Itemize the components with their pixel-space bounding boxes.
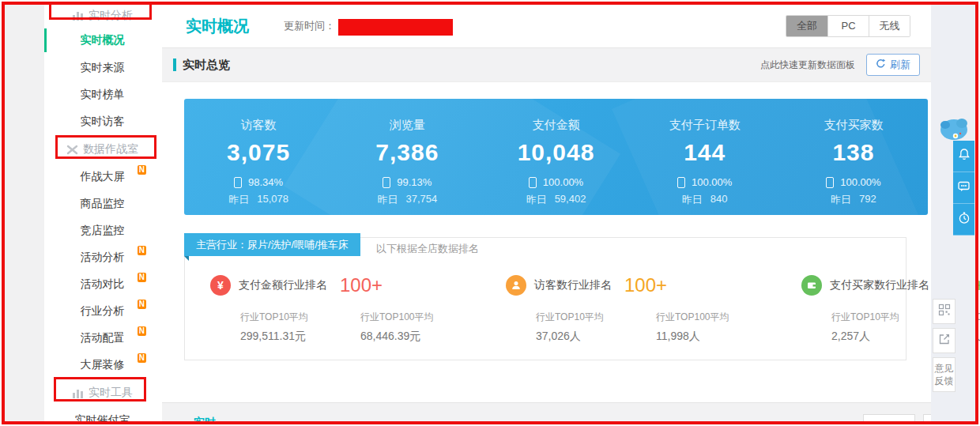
mobile-icon — [677, 177, 685, 188]
bar-chart-icon — [72, 388, 84, 398]
stat-value: 144 — [631, 139, 779, 166]
share-button[interactable] — [933, 328, 956, 353]
messages-button[interactable] — [953, 172, 974, 204]
top10-value: 299,511.31元 — [240, 330, 360, 344]
tab-wireless[interactable]: 无线 — [869, 16, 910, 36]
sidebar-item-activity-config[interactable]: 活动配置 N — [44, 325, 160, 352]
notifications-button[interactable] — [953, 141, 974, 172]
stopwatch-icon — [958, 211, 971, 228]
stat-pageviews: 浏览量 7,386 99.13% 昨日37,754 — [333, 99, 481, 215]
section-title: 实时总览 — [173, 58, 230, 73]
mascot-widget[interactable] — [937, 115, 971, 142]
refresh-button[interactable]: 刷新 — [866, 54, 920, 76]
new-badge: N — [138, 353, 146, 363]
feedback-label-line2: 反馈 — [933, 375, 955, 387]
sidebar-item-activity-analysis[interactable]: 活动分析 N — [44, 244, 160, 271]
yesterday-label: 昨日 — [228, 193, 249, 207]
stat-value: 10,048 — [481, 139, 630, 166]
stat-value: 138 — [779, 139, 928, 166]
crossed-tools-icon — [66, 145, 78, 155]
rank-row: ¥ 支付金额行业排名 100+ 行业TOP10平均 299,511.31元 行业… — [185, 274, 906, 344]
sidebar-item-realtime-visitor[interactable]: 实时访客 — [44, 108, 160, 135]
rank-payment-amount: ¥ 支付金额行业排名 100+ 行业TOP10平均 299,511.31元 行业… — [185, 274, 481, 344]
sidebar-item-label: 实时概况 — [81, 33, 125, 47]
sidebar-section-label: 数据作战室 — [83, 142, 138, 156]
stat-percent: 99.13% — [397, 176, 432, 188]
quick-update-hint[interactable]: 点此快速更新数据面板 — [760, 58, 855, 72]
new-badge: N — [138, 300, 146, 309]
sidebar-item-label: 作战大屏 — [81, 170, 125, 184]
stat-payment-amount: 支付金额 10,048 100.00% 昨日59,402 — [481, 99, 630, 215]
wallet-icon — [801, 275, 822, 296]
mobile-icon — [529, 177, 537, 188]
overview-actions: 点此快速更新数据面板 刷新 — [760, 54, 920, 76]
sidebar-section-label: 实时工具 — [89, 386, 133, 400]
overview-content: 访客数 3,075 98.34% 昨日15,078 浏览量 7,386 99.1… — [162, 83, 931, 402]
sidebar-item-activity-compare[interactable]: 活动对比 N — [44, 271, 160, 298]
sidebar-item-payment-reminder[interactable]: 实时催付宝 — [44, 407, 160, 421]
top10-label: 行业TOP10平均 — [536, 311, 656, 324]
feedback-button[interactable]: 意见 反馈 — [933, 357, 956, 392]
sidebar-item-industry-analysis[interactable]: 行业分析 N — [44, 298, 160, 325]
partial-button — [923, 414, 931, 421]
sidebar-item-rival-shop-monitor[interactable]: 竞店监控 — [44, 217, 160, 244]
sidebar-section-realtime-analysis[interactable]: 实时分析 — [44, 5, 160, 26]
chat-icon — [957, 180, 971, 196]
stat-label: 支付买家数 — [779, 118, 928, 133]
mobile-icon — [383, 177, 390, 188]
sidebar-item-realtime-ranking[interactable]: 实时榜单 — [44, 81, 160, 108]
sidebar-item-war-screen[interactable]: 作战大屏 N — [44, 164, 160, 190]
yesterday-value: 15,078 — [257, 193, 288, 207]
sidebar-item-screen-decorate[interactable]: 大屏装修 N — [44, 352, 160, 379]
new-badge: N — [138, 326, 146, 336]
top100-label: 行业TOP100平均 — [656, 311, 776, 324]
stat-visitors: 访客数 3,075 98.34% 昨日15,078 — [184, 99, 333, 215]
feedback-label-line1: 意见 — [933, 362, 955, 375]
floating-toolbar — [953, 141, 974, 236]
main-industry-tag: 主营行业：尿片/洗护/喂哺/推车床 — [184, 233, 360, 256]
rank-visitors: 访客数行业排名 100+ 行业TOP10平均 37,026人 行业TOP100平… — [481, 274, 776, 344]
sidebar-item-label: 实时催付宝 — [75, 413, 130, 421]
rank-value: 100+ — [624, 274, 667, 296]
timer-button[interactable] — [953, 204, 974, 236]
sidebar-section-data-war-room[interactable]: 数据作战室 — [44, 135, 160, 164]
bar-chart-icon — [72, 10, 84, 21]
new-badge: N — [138, 273, 146, 282]
page-header: 实时概况 更新时间： 全部 PC 无线 — [162, 5, 931, 47]
sidebar-item-realtime-overview[interactable]: 实时概况 — [44, 26, 160, 55]
mobile-icon — [234, 177, 242, 188]
device-tab-group: 全部 PC 无线 — [786, 15, 910, 37]
person-icon — [506, 275, 526, 296]
stat-value: 3,075 — [184, 139, 333, 166]
sidebar-section-realtime-tools[interactable]: 实时工具 — [44, 379, 160, 407]
sidebar-item-label: 行业分析 — [81, 304, 125, 319]
partial-button — [863, 414, 915, 421]
sidebar-item-label: 大屏装修 — [81, 358, 125, 372]
stat-percent: 98.34% — [248, 176, 283, 188]
sidebar-item-label: 实时榜单 — [81, 88, 125, 102]
sidebar-item-label: 竞店监控 — [81, 224, 125, 238]
kpi-panel: 访客数 3,075 98.34% 昨日15,078 浏览量 7,386 99.1… — [184, 99, 928, 215]
stat-sub-orders: 支付子订单数 144 100.00% 昨日840 — [631, 99, 779, 215]
stat-percent: 100.00% — [692, 176, 732, 188]
top100-value: 11,998人 — [656, 330, 776, 344]
qr-code-icon — [938, 303, 951, 319]
new-badge: N — [138, 246, 146, 255]
next-section-partial: 实时 — [162, 402, 931, 421]
tab-pc[interactable]: PC — [827, 16, 869, 36]
sidebar-item-realtime-source[interactable]: 实时来源 — [44, 55, 160, 81]
right-gutter: 意见 反馈 — [931, 5, 975, 421]
sidebar-item-product-monitor[interactable]: 商品监控 — [44, 190, 160, 217]
new-badge: N — [138, 165, 146, 175]
stat-label: 支付金额 — [481, 118, 630, 133]
yesterday-value: 840 — [710, 193, 728, 207]
stat-label: 访客数 — [184, 118, 333, 133]
tab-all[interactable]: 全部 — [786, 16, 827, 36]
qr-code-button[interactable] — [933, 299, 956, 324]
rank-label: 支付金额行业排名 — [239, 278, 327, 292]
left-gutter — [5, 5, 44, 421]
partial-section-title: 实时 — [194, 416, 216, 421]
yesterday-value: 37,754 — [405, 193, 437, 207]
sidebar-nav: 实时分析 实时概况 实时来源 实时榜单 实时访客 数据作战室 作战大屏 N 商品… — [44, 5, 160, 421]
rank-label: 支付买家数行业排名 — [830, 278, 929, 292]
